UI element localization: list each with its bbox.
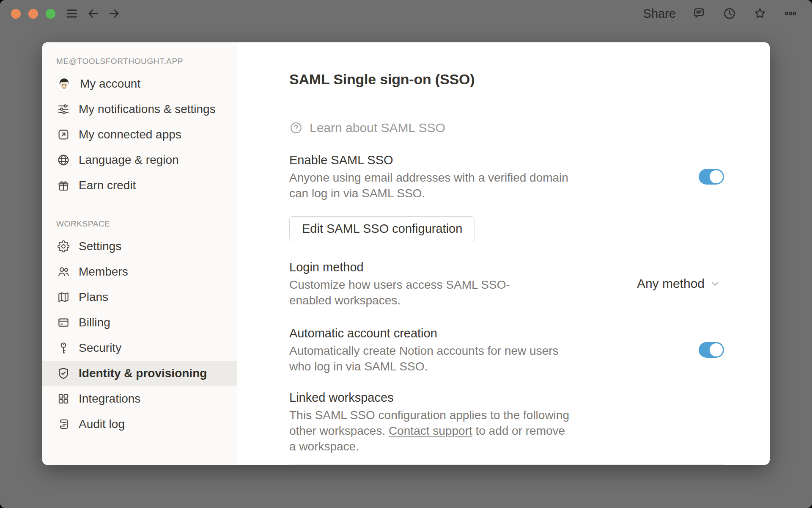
- sidebar-item-my-account[interactable]: My account: [42, 71, 237, 97]
- settings-sidebar: ME@TOOLSFORTHOUGHT.APP My account: [42, 42, 237, 465]
- sidebar-item-label: Plans: [79, 290, 108, 304]
- linked-workspaces-title: Linked workspaces: [289, 389, 573, 406]
- login-method-selected-value: Any method: [637, 276, 705, 291]
- globe-icon: [56, 153, 71, 167]
- avatar: [56, 76, 72, 92]
- hamburger-icon[interactable]: [65, 6, 79, 21]
- map-icon: [56, 290, 71, 304]
- zoom-window-button[interactable]: [46, 9, 55, 19]
- sidebar-item-label: Billing: [79, 316, 110, 329]
- enable-saml-title: Enable SAML SSO: [289, 152, 573, 168]
- sidebar-item-label: Integrations: [79, 392, 140, 406]
- login-method-description: Customize how users access SAML SSO-enab…: [289, 277, 551, 308]
- app-window: Share ME@TOOLSFORTHOUGHT.APP: [0, 0, 812, 508]
- sliders-icon: [56, 102, 71, 116]
- minimize-window-button[interactable]: [28, 9, 38, 19]
- sidebar-item-integrations[interactable]: Integrations: [42, 386, 237, 411]
- workspace-section-label: WORKSPACE: [56, 219, 237, 229]
- linked-workspaces-row: Linked workspaces This SAML SSO configur…: [289, 389, 724, 454]
- traffic-lights: [11, 9, 55, 19]
- divider: [289, 101, 724, 101]
- login-method-row: Login method Customize how users access …: [289, 259, 724, 308]
- auto-account-toggle[interactable]: [699, 342, 724, 358]
- sidebar-item-label: Language & region: [79, 153, 179, 167]
- ellipsis-icon[interactable]: [783, 6, 798, 21]
- scroll-icon: [56, 417, 71, 431]
- enable-saml-row: Enable SAML SSO Anyone using email addre…: [289, 152, 724, 201]
- arrow-up-right-square-icon: [56, 127, 71, 142]
- account-section-label: ME@TOOLSFORTHOUGHT.APP: [56, 57, 237, 66]
- grid-icon: [56, 392, 71, 406]
- sidebar-item-label: Members: [79, 265, 128, 279]
- members-icon: [56, 265, 71, 279]
- sidebar-item-label: My account: [80, 77, 140, 91]
- titlebar: Share: [0, 0, 812, 27]
- learn-link-label: Learn about SAML SSO: [310, 121, 445, 135]
- forward-arrow-icon[interactable]: [107, 6, 121, 21]
- sidebar-item-billing[interactable]: Billing: [42, 310, 237, 335]
- automatic-account-creation-row: Automatic account creation Automatically…: [289, 325, 724, 374]
- question-circle-icon: [289, 121, 303, 135]
- sidebar-item-language-region[interactable]: Language & region: [42, 147, 237, 173]
- edit-saml-configuration-button[interactable]: Edit SAML SSO configuration: [289, 216, 475, 241]
- star-icon[interactable]: [753, 6, 767, 21]
- sidebar-item-label: My connected apps: [79, 128, 181, 141]
- sidebar-item-label: Settings: [79, 240, 121, 253]
- close-window-button[interactable]: [11, 9, 21, 19]
- linked-workspaces-description: This SAML SSO configuration applies to t…: [289, 407, 573, 454]
- enable-saml-description: Anyone using email addresses with a veri…: [289, 170, 573, 201]
- back-arrow-icon[interactable]: [86, 6, 100, 21]
- sidebar-item-members[interactable]: Members: [42, 259, 237, 284]
- history-clock-icon[interactable]: [722, 6, 737, 21]
- sidebar-item-connected-apps[interactable]: My connected apps: [42, 122, 237, 147]
- auto-account-title: Automatic account creation: [289, 325, 573, 341]
- enable-saml-toggle[interactable]: [699, 169, 724, 185]
- sidebar-item-label: Earn credit: [79, 179, 136, 192]
- contact-support-link[interactable]: Contact support: [389, 424, 472, 437]
- sidebar-item-label: Security: [79, 341, 121, 355]
- key-icon: [56, 341, 71, 355]
- sidebar-item-settings[interactable]: Settings: [42, 234, 237, 259]
- sidebar-item-security[interactable]: Security: [42, 335, 237, 361]
- comment-icon[interactable]: [692, 6, 706, 21]
- sidebar-item-identity-provisioning[interactable]: Identity & provisioning: [42, 361, 237, 386]
- page-title: SAML Single sign-on (SSO): [289, 69, 724, 89]
- sidebar-item-label: Audit log: [79, 417, 125, 431]
- sidebar-item-label: Identity & provisioning: [79, 367, 207, 380]
- sidebar-item-earn-credit[interactable]: Earn credit: [42, 173, 237, 198]
- chevron-down-icon: [710, 278, 721, 289]
- settings-modal: ME@TOOLSFORTHOUGHT.APP My account: [42, 42, 770, 465]
- auto-account-description: Automatically create Notion accounts for…: [289, 343, 573, 374]
- learn-about-saml-link[interactable]: Learn about SAML SSO: [289, 121, 724, 135]
- shield-check-icon: [56, 366, 71, 381]
- gift-icon: [56, 178, 71, 193]
- sidebar-item-label: My notifications & settings: [79, 102, 216, 116]
- gear-icon: [56, 239, 71, 254]
- divider: [289, 464, 724, 465]
- login-method-title: Login method: [289, 259, 551, 275]
- settings-content: SAML Single sign-on (SSO) Learn about SA…: [237, 42, 770, 465]
- sidebar-item-notifications-settings[interactable]: My notifications & settings: [42, 97, 237, 122]
- sidebar-item-plans[interactable]: Plans: [42, 284, 237, 310]
- credit-card-icon: [56, 315, 71, 330]
- sidebar-item-audit-log[interactable]: Audit log: [42, 411, 237, 437]
- share-button[interactable]: Share: [643, 7, 676, 21]
- login-method-dropdown[interactable]: Any method: [637, 276, 721, 291]
